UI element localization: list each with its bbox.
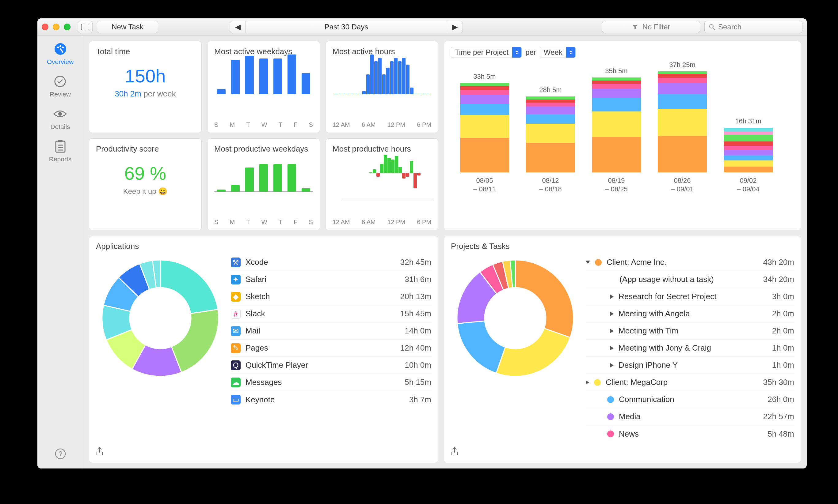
app-name: Pages [245, 343, 268, 353]
sidebar-item-overview[interactable]: Overview [47, 42, 74, 66]
project-row[interactable]: Meeting with Angela 2h 0m [586, 305, 794, 322]
app-icon: ▭ [231, 395, 241, 404]
svg-point-9 [58, 112, 62, 116]
card-productive-hours[interactable]: Most productive hours 12 AM6 AM12 PM6 PM [326, 139, 438, 230]
svg-point-7 [62, 47, 64, 48]
bar-total-label: 35h 5m [586, 67, 647, 75]
project-row[interactable]: Media 22h 57m [586, 408, 794, 425]
project-row[interactable]: News 5h 48m [586, 425, 794, 443]
application-row[interactable]: # Slack 15h 45m [231, 305, 431, 322]
new-task-button[interactable]: New Task [97, 21, 158, 33]
card-title: Projects & Tasks [451, 241, 510, 251]
bar-total-label: 28h 5m [520, 86, 581, 94]
project-row[interactable]: Design iPhone Y 1h 0m [586, 357, 794, 374]
close-window-button[interactable] [42, 23, 48, 30]
search-input[interactable] [718, 23, 798, 31]
sidebar-item-review[interactable]: Review [50, 74, 71, 98]
disclosure-triangle-icon[interactable] [610, 363, 614, 367]
bar-x-label: 08/12– 08/18 [520, 176, 581, 194]
application-row[interactable]: Q QuickTime Player 10h 0m [231, 357, 431, 374]
card-title: Most productive hours [332, 144, 431, 154]
share-button[interactable] [96, 447, 103, 458]
color-dot-icon [607, 413, 614, 420]
range-label[interactable]: Past 30 Days [246, 21, 447, 33]
disclosure-triangle-icon[interactable] [610, 329, 614, 333]
application-row[interactable]: ⚒ Xcode 32h 45m [231, 254, 431, 271]
application-row[interactable]: ✎ Pages 12h 40m [231, 340, 431, 357]
bar-x-label: 08/26– 09/01 [652, 176, 713, 194]
application-row[interactable]: ▭ Keynote 3h 7m [231, 391, 431, 408]
toggle-sidebar-button[interactable] [78, 21, 92, 33]
app-time: 3h 7m [409, 395, 431, 404]
app-name: Xcode [245, 257, 268, 267]
card-total-time[interactable]: Total time 150h 30h 2m per week [89, 41, 202, 133]
card-productive-weekdays[interactable]: Most productive weekdays SMTWTFS [207, 139, 320, 230]
project-name: Meeting with Tim [618, 326, 678, 336]
app-name: Messages [245, 378, 282, 387]
application-row[interactable]: ✉ Mail 14h 0m [231, 322, 431, 340]
unit-select[interactable]: Week [540, 47, 576, 58]
project-row[interactable]: Research for Secret Project 3h 0m [586, 288, 794, 305]
app-time: 5h 15m [405, 378, 431, 387]
productive-hours-chart [343, 173, 432, 219]
application-row[interactable]: ◆ Sketch 20h 13m [231, 288, 431, 305]
hour-axis: 12 AM6 AM12 PM6 PM [332, 219, 431, 226]
stacked-bar-chart: 33h 5m08/05– 08/1128h 5m08/12– 08/1835h … [451, 62, 794, 194]
sidebar-item-label: Reports [49, 156, 72, 163]
bar-x-label: 08/19– 08/25 [586, 176, 647, 194]
project-row[interactable]: Meeting with Jony & Craig 1h 0m [586, 340, 794, 357]
project-row[interactable]: Client: Acme Inc. 43h 20m [586, 254, 794, 271]
card-productivity-score[interactable]: Productivity score 69 % Keep it up 😀 [89, 139, 202, 230]
card-title: Productivity score [96, 144, 195, 154]
clipboard-icon [53, 139, 68, 154]
svg-point-2 [709, 24, 713, 28]
filter-button[interactable]: No Filter [602, 21, 700, 33]
app-name: Mail [245, 326, 260, 336]
project-row[interactable]: (App usage without a task) 34h 20m [586, 271, 794, 288]
disclosure-triangle-icon[interactable] [586, 260, 590, 264]
project-name: News [619, 429, 639, 439]
applications-list: ⚒ Xcode 32h 45m✦ Safari 31h 6m◆ Sketch 2… [231, 254, 431, 457]
disclosure-triangle-icon[interactable] [610, 312, 614, 316]
prev-range-button[interactable]: ◀ [230, 21, 246, 33]
projects-donut [451, 254, 580, 382]
project-row[interactable]: Communication 26h 0m [586, 391, 794, 408]
app-time: 15h 45m [400, 309, 431, 319]
app-window: New Task ◀ Past 30 Days ▶ No Filter [37, 18, 807, 468]
bar-total-label: 16h 31m [718, 117, 779, 125]
check-circle-icon [53, 74, 67, 89]
share-button[interactable] [451, 447, 458, 458]
application-row[interactable]: ✦ Safari 31h 6m [231, 271, 431, 288]
metric-select[interactable]: Time per Project [451, 47, 522, 58]
card-time-per-project: Time per Project per Week 33h 5m08/05– 0… [444, 41, 801, 230]
bar-x-label: 08/05– 08/11 [454, 176, 515, 194]
card-active-hours[interactable]: Most active hours 12 AM6 AM12 PM6 PM [326, 41, 438, 133]
search-field[interactable] [704, 21, 802, 33]
sidebar-item-reports[interactable]: Reports [49, 139, 72, 163]
productivity-caption: Keep it up 😀 [96, 187, 195, 196]
project-name: Communication [619, 395, 674, 404]
project-row[interactable]: Client: MegaCorp 35h 30m [586, 374, 794, 391]
sidebar-item-details[interactable]: Details [50, 107, 70, 130]
app-name: Slack [245, 309, 265, 319]
app-icon: ✦ [231, 275, 241, 285]
bar-total-label: 33h 5m [454, 73, 515, 80]
card-active-weekdays[interactable]: Most active weekdays SMTWTFS [207, 41, 320, 133]
app-icon: ⚒ [231, 257, 241, 267]
svg-rect-0 [81, 24, 89, 30]
next-range-button[interactable]: ▶ [447, 21, 463, 33]
help-button[interactable]: ? [53, 447, 68, 461]
application-row[interactable]: ☁ Messages 5h 15m [231, 374, 431, 391]
app-icon: ✎ [231, 343, 241, 353]
active-weekdays-chart [214, 59, 313, 105]
bar-x-label: 09/02– 09/04 [718, 176, 779, 194]
disclosure-triangle-icon[interactable] [610, 346, 614, 350]
project-time: 26h 0m [768, 395, 794, 404]
minimize-window-button[interactable] [53, 23, 59, 30]
disclosure-triangle-icon[interactable] [586, 380, 589, 384]
card-title: Total time [96, 47, 195, 56]
card-title: Applications [96, 241, 139, 251]
project-row[interactable]: Meeting with Tim 2h 0m [586, 322, 794, 340]
zoom-window-button[interactable] [64, 23, 70, 30]
disclosure-triangle-icon[interactable] [610, 294, 614, 299]
